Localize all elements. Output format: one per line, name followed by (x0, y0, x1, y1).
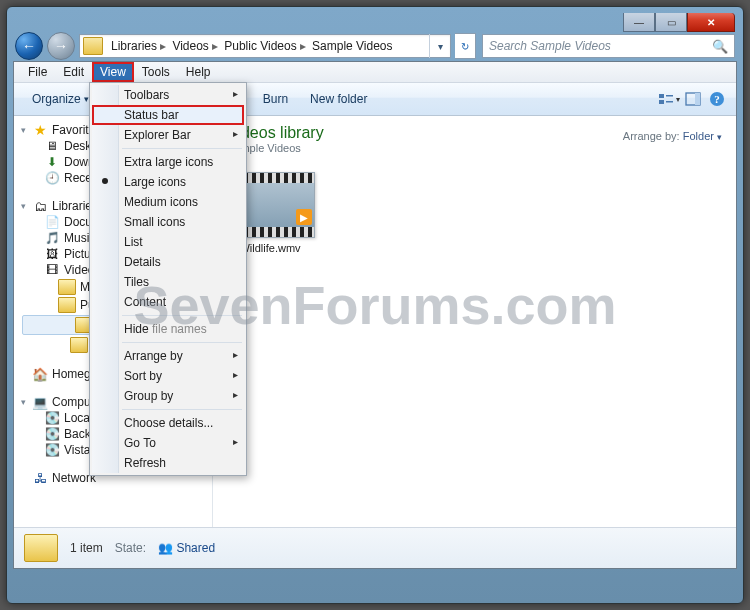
item-count: 1 item (70, 541, 103, 555)
svg-rect-3 (666, 101, 673, 103)
preview-pane-button[interactable] (682, 88, 704, 110)
disk-icon (44, 427, 60, 441)
svg-rect-5 (695, 93, 700, 105)
search-placeholder: Search Sample Videos (489, 39, 611, 53)
menu-item-hide-file-names[interactable]: Hide file names (92, 319, 244, 339)
menu-view[interactable]: View (92, 62, 134, 82)
menu-item-group-by[interactable]: Group by▸ (92, 386, 244, 406)
folder-icon (83, 37, 103, 55)
content-pane: Videos library Sample Videos Arrange by:… (213, 116, 736, 527)
radio-selected-icon (102, 178, 108, 184)
svg-rect-1 (659, 100, 664, 104)
folder-icon (70, 337, 88, 353)
menu-item-list[interactable]: List (92, 232, 244, 252)
refresh-button[interactable]: ↻ (455, 33, 476, 59)
picture-icon (44, 247, 60, 261)
menu-item-small-icons[interactable]: Small icons (92, 212, 244, 232)
nav-forward-button[interactable]: → (47, 32, 75, 60)
desktop-icon (44, 139, 60, 153)
organize-button[interactable]: Organize ▾ (22, 88, 99, 110)
menu-edit[interactable]: Edit (55, 62, 92, 82)
folder-icon (24, 534, 58, 562)
video-icon (44, 263, 60, 277)
library-icon (32, 199, 48, 213)
minimize-button[interactable]: — (623, 13, 655, 32)
title-bar: — ▭ ✕ (13, 13, 737, 31)
menu-item-choose-details[interactable]: Choose details... (92, 413, 244, 433)
menu-file[interactable]: File (20, 62, 55, 82)
download-icon (44, 155, 60, 169)
address-dropdown-button[interactable]: ▾ (429, 34, 450, 58)
music-icon (44, 231, 60, 245)
menu-item-large-icons[interactable]: Large icons (92, 172, 244, 192)
state-label: State: (115, 541, 146, 555)
recent-icon (44, 171, 60, 185)
arrange-by-control[interactable]: Arrange by: Folder ▾ (623, 124, 722, 142)
star-icon (32, 123, 48, 137)
menu-item-arrange-by[interactable]: Arrange by▸ (92, 346, 244, 366)
maximize-button[interactable]: ▭ (655, 13, 687, 32)
menu-help[interactable]: Help (178, 62, 219, 82)
menu-item-details[interactable]: Details (92, 252, 244, 272)
help-button[interactable]: ? (706, 88, 728, 110)
address-bar[interactable]: Libraries▸ Videos▸ Public Videos▸ Sample… (79, 34, 451, 58)
folder-icon (58, 297, 76, 313)
menu-item-toolbars[interactable]: Toolbars▸ (92, 85, 244, 105)
computer-icon (32, 395, 48, 409)
menu-item-tiles[interactable]: Tiles (92, 272, 244, 292)
disk-icon (44, 443, 60, 457)
document-icon (44, 215, 60, 229)
menu-tools[interactable]: Tools (134, 62, 178, 82)
details-pane: 1 item State: 👥 Shared (14, 527, 736, 568)
svg-rect-2 (666, 95, 673, 97)
menu-item-extra-large-icons[interactable]: Extra large icons (92, 152, 244, 172)
menu-item-status-bar[interactable]: Status bar (92, 105, 244, 125)
play-overlay-icon: ▶ (296, 209, 312, 225)
state-value: 👥 Shared (158, 541, 215, 555)
home-icon (32, 367, 48, 381)
search-icon: 🔍 (712, 39, 728, 54)
disk-icon (44, 411, 60, 425)
view-menu-dropdown: Toolbars▸ Status bar Explorer Bar▸ Extra… (89, 82, 247, 476)
menu-item-sort-by[interactable]: Sort by▸ (92, 366, 244, 386)
address-row: ← → Libraries▸ Videos▸ Public Videos▸ Sa… (13, 31, 737, 61)
folder-icon (58, 279, 76, 295)
breadcrumb[interactable]: Libraries▸ Videos▸ Public Videos▸ Sample… (107, 39, 397, 53)
explorer-window: — ▭ ✕ ← → Libraries▸ Videos▸ Public Vide… (6, 6, 744, 604)
view-options-button[interactable]: ▾ (658, 88, 680, 110)
menu-item-explorer-bar[interactable]: Explorer Bar▸ (92, 125, 244, 145)
svg-rect-0 (659, 94, 664, 98)
menu-item-content[interactable]: Content (92, 292, 244, 312)
new-folder-button[interactable]: New folder (300, 88, 377, 110)
client-area: File Edit View Tools Help Toolbars▸ Stat… (13, 61, 737, 569)
nav-back-button[interactable]: ← (15, 32, 43, 60)
menu-item-medium-icons[interactable]: Medium icons (92, 192, 244, 212)
burn-button[interactable]: Burn (253, 88, 298, 110)
menu-bar: File Edit View Tools Help (14, 62, 736, 83)
menu-item-refresh[interactable]: Refresh (92, 453, 244, 473)
search-input[interactable]: Search Sample Videos 🔍 (482, 34, 735, 58)
network-icon (32, 471, 48, 485)
close-button[interactable]: ✕ (687, 13, 735, 32)
menu-item-go-to[interactable]: Go To▸ (92, 433, 244, 453)
svg-text:?: ? (714, 93, 720, 105)
